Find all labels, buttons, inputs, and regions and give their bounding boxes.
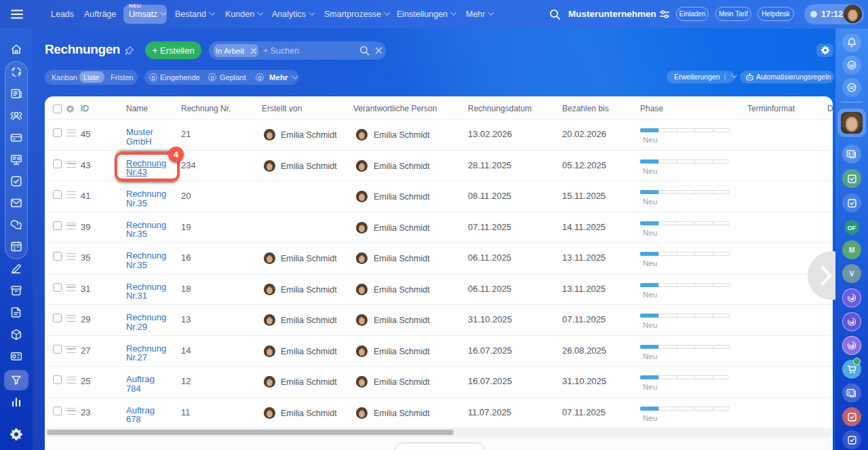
svg-text:OF: OF [848,225,856,231]
